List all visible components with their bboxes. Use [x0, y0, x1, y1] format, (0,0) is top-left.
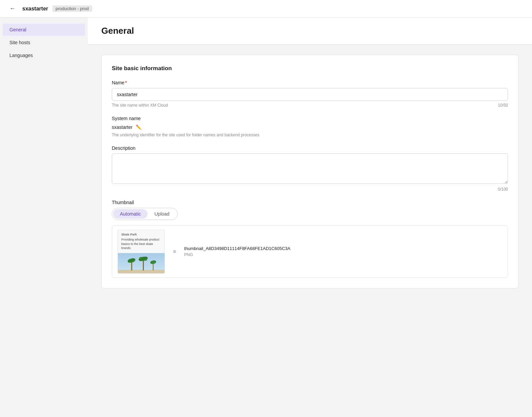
thumbnail-toggle-group: Automatic Upload: [112, 208, 178, 220]
description-char-count: 0/100: [498, 187, 508, 192]
system-name-label: System name: [112, 116, 508, 121]
thumbnail-desc: Providing wholesale product basics to th…: [121, 238, 161, 250]
environment-badge: production - prod: [52, 5, 92, 12]
layout: General Site hosts Languages General Sit…: [0, 18, 532, 417]
thumbnail-image-preview: Skate Park Providing wholesale product b…: [118, 230, 165, 274]
name-hint-text: The site name within XM Cloud: [112, 103, 168, 108]
edit-pencil-icon: ✏️: [136, 124, 142, 130]
thumbnail-scene-svg: [118, 253, 164, 273]
name-input[interactable]: [112, 88, 508, 101]
thumbnail-filename: thumbnail_A8D3498D11114F8FA68FE1AD1C605C…: [184, 246, 502, 251]
thumbnail-img-placeholder: [118, 253, 164, 273]
svg-rect-1: [118, 270, 164, 273]
sidebar-item-languages[interactable]: Languages: [3, 49, 85, 61]
sidebar-item-general-label: General: [9, 27, 26, 32]
name-label: Name*: [112, 80, 508, 85]
thumbnail-automatic-button[interactable]: Automatic: [113, 209, 148, 219]
description-hint-row: 0/100: [112, 187, 508, 192]
name-field-group: Name* The site name within XM Cloud 10/5…: [112, 80, 508, 108]
main-content: General Site basic information Name* The…: [88, 18, 532, 417]
thumbnail-menu-icon: ≡: [173, 249, 176, 255]
system-name-hint-text: The underlying identifier for the site u…: [112, 133, 259, 137]
section-title: Site basic information: [112, 65, 508, 72]
description-textarea[interactable]: [112, 154, 508, 184]
site-name-title: sxastarter: [22, 6, 48, 12]
thumbnail-preview-card: Skate Park Providing wholesale product b…: [112, 225, 508, 278]
back-icon: ←: [9, 5, 16, 12]
top-bar: ← sxastarter production - prod: [0, 0, 532, 18]
system-name-hint-row: The underlying identifier for the site u…: [112, 133, 508, 137]
sidebar-item-languages-label: Languages: [9, 53, 33, 58]
content-area: Site basic information Name* The site na…: [88, 45, 532, 299]
name-hint-row: The site name within XM Cloud 10/50: [112, 103, 508, 108]
system-name-edit-button[interactable]: ✏️: [135, 124, 142, 131]
page-header: General: [88, 18, 532, 45]
thumbnail-text-area: Skate Park Providing wholesale product b…: [118, 230, 164, 253]
thumbnail-upload-button[interactable]: Upload: [148, 209, 176, 219]
thumbnail-label: Thumbnail: [112, 200, 508, 205]
system-name-field-group: System name sxastarter ✏️ The underlying…: [112, 116, 508, 137]
sidebar-item-general[interactable]: General: [3, 24, 85, 36]
system-name-value: sxastarter: [112, 124, 132, 130]
thumbnail-info: thumbnail_A8D3498D11114F8FA68FE1AD1C605C…: [184, 246, 502, 257]
name-char-count: 10/50: [498, 103, 508, 108]
description-label: Description: [112, 145, 508, 151]
thumbnail-brand: Skate Park: [121, 233, 161, 236]
sidebar: General Site hosts Languages: [0, 18, 88, 417]
name-required: *: [125, 80, 127, 85]
form-card: Site basic information Name* The site na…: [101, 55, 518, 288]
sidebar-item-site-hosts[interactable]: Site hosts: [3, 36, 85, 49]
back-button[interactable]: ←: [7, 4, 18, 13]
description-field-group: Description 0/100: [112, 145, 508, 192]
page-title: General: [101, 26, 518, 36]
system-name-row: sxastarter ✏️: [112, 124, 508, 131]
thumbnail-filetype: PNG: [184, 252, 502, 257]
thumbnail-section: Thumbnail Automatic Upload Skate Park Pr…: [112, 200, 508, 278]
sidebar-item-site-hosts-label: Site hosts: [9, 40, 30, 45]
